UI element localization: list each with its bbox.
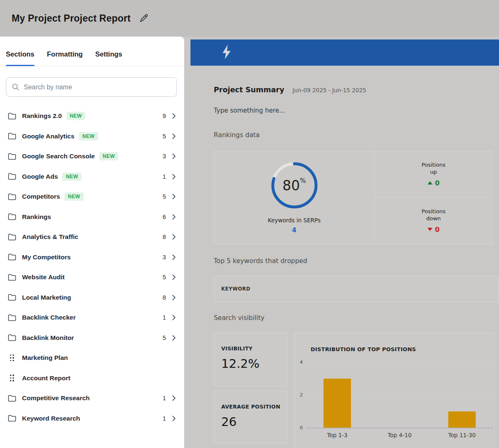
sidebar-item-label: Rankings 2.0 xyxy=(22,112,62,120)
tab-settings[interactable]: Settings xyxy=(95,50,122,66)
bar-top-11-30 xyxy=(448,411,476,428)
sections-list: Rankings 2.0NEW9Google AnalyticsNEW5Goog… xyxy=(0,106,184,428)
sidebar-item-rankings[interactable]: Rankings6 xyxy=(0,207,184,227)
average-position-card: AVERAGE POSITION 26 xyxy=(214,391,288,444)
chart-gridline xyxy=(306,362,493,362)
tab-formatting[interactable]: Formatting xyxy=(47,50,83,66)
new-badge: NEW xyxy=(62,172,82,181)
chevron-right-icon[interactable] xyxy=(172,295,176,300)
drag-handle-icon[interactable] xyxy=(7,354,17,362)
section-count: 1 xyxy=(163,415,166,422)
sidebar-item-local-marketing[interactable]: Local Marketing8 xyxy=(0,288,184,308)
folder-icon xyxy=(7,213,17,220)
sidebar-item-label: Keyword Research xyxy=(22,415,80,422)
sidebar-item-label: Backlink Checker xyxy=(22,314,76,321)
folder-icon xyxy=(7,113,17,120)
folder-icon xyxy=(7,173,17,180)
folder-icon xyxy=(7,274,17,281)
chevron-right-icon[interactable] xyxy=(172,113,176,119)
chevron-right-icon[interactable] xyxy=(172,234,176,240)
sidebar-item-label: Local Marketing xyxy=(22,294,71,301)
sidebar-item-label: Analytics & Traffic xyxy=(22,233,78,241)
report-preview: Project Summary Jun-09 2025 - Jun-15 202… xyxy=(190,37,499,448)
search-visibility-heading: Search visibility xyxy=(214,314,264,322)
folder-icon xyxy=(7,193,17,200)
section-count: 8 xyxy=(163,234,166,240)
sidebar-item-label: Website Audit xyxy=(22,273,64,281)
distribution-x-labels: Top 1-3Top 4-10Top 11-30 xyxy=(306,432,493,438)
chevron-right-icon[interactable] xyxy=(172,214,176,220)
sidebar-item-competitive-research[interactable]: Competitive Research1 xyxy=(0,388,184,409)
positions-up-label: Positions up xyxy=(422,162,445,176)
distribution-bar-chart: 420 xyxy=(306,362,493,428)
sidebar-item-marketing-plan[interactable]: Marketing Plan xyxy=(0,348,184,368)
triangle-down-icon xyxy=(427,228,432,231)
sidebar-item-backlink-checker[interactable]: Backlink Checker1 xyxy=(0,308,184,328)
sidebar-item-label: Rankings xyxy=(22,213,51,221)
sidebar-item-rankings-2-0[interactable]: Rankings 2.0NEW9 xyxy=(0,106,184,126)
folder-icon xyxy=(7,314,17,321)
chevron-right-icon[interactable] xyxy=(172,153,176,159)
chevron-right-icon[interactable] xyxy=(172,274,176,280)
section-search xyxy=(6,77,177,97)
drag-handle-icon[interactable] xyxy=(7,374,17,382)
positions-down-cell: Positions down 0 xyxy=(375,197,492,244)
positions-up-cell: Positions up 0 xyxy=(375,151,492,197)
edit-title-icon[interactable] xyxy=(139,13,149,23)
rankings-data-card: 80% Keywords in SERPs 4 Positions up 0 P… xyxy=(214,151,493,244)
chevron-right-icon[interactable] xyxy=(172,315,176,320)
average-position-value: 26 xyxy=(221,415,287,429)
section-count: 1 xyxy=(163,173,166,180)
folder-icon xyxy=(7,133,17,140)
sidebar-item-analytics-traffic[interactable]: Analytics & Traffic8 xyxy=(0,227,184,247)
report-header-band xyxy=(190,39,499,66)
sidebar-item-google-ads[interactable]: Google AdsNEW1 xyxy=(0,167,184,187)
y-axis-tick: 0 xyxy=(300,425,303,431)
keywords-in-serps-cell: 80% Keywords in SERPs 4 xyxy=(214,151,375,244)
report-title-bar: My Project Project Report xyxy=(0,0,499,37)
sidebar-item-label: Google Ads xyxy=(22,173,58,180)
sidebar-item-account-report[interactable]: Account Report xyxy=(0,368,184,389)
section-count: 5 xyxy=(163,335,166,341)
intro-text-placeholder[interactable]: Type something here... xyxy=(214,107,285,114)
positions-down-label: Positions down xyxy=(422,208,445,222)
sidebar-item-backlink-monitor[interactable]: Backlink Monitor5 xyxy=(0,328,184,348)
distribution-chart-card: DISTRIBUTION OF TOP POSITIONS 420 Top 1-… xyxy=(294,332,495,448)
section-count: 8 xyxy=(163,294,166,301)
report-title: My Project Project Report xyxy=(12,13,131,24)
sidebar-tabs: SectionsFormattingSettings xyxy=(0,37,184,66)
section-count: 1 xyxy=(163,395,166,401)
donut-percent-sign: % xyxy=(300,177,306,185)
visibility-value: 12.2% xyxy=(221,357,287,371)
y-axis-tick: 4 xyxy=(300,359,303,365)
sidebar-item-my-competitors[interactable]: My Competitors3 xyxy=(0,247,184,268)
sidebar-item-website-audit[interactable]: Website Audit5 xyxy=(0,267,184,288)
folder-icon xyxy=(7,234,17,241)
lightning-logo-icon xyxy=(218,43,235,62)
sidebar-item-keyword-research[interactable]: Keyword Research1 xyxy=(0,409,184,429)
sidebar-item-google-search-console[interactable]: Google Search ConsoleNEW3 xyxy=(0,146,184,167)
chevron-right-icon[interactable] xyxy=(172,194,176,199)
distribution-chart-title: DISTRIBUTION OF TOP POSITIONS xyxy=(311,346,416,352)
section-count: 9 xyxy=(163,113,166,119)
new-badge: NEW xyxy=(79,132,98,140)
date-range: Jun-09 2025 - Jun-15 2025 xyxy=(293,87,366,94)
folder-icon xyxy=(7,153,17,160)
chevron-right-icon[interactable] xyxy=(172,174,176,180)
section-count: 6 xyxy=(163,214,166,220)
chevron-right-icon[interactable] xyxy=(172,335,176,341)
chevron-right-icon[interactable] xyxy=(172,133,176,139)
sidebar-item-google-analytics[interactable]: Google AnalyticsNEW5 xyxy=(0,126,184,147)
search-icon xyxy=(12,83,20,93)
chevron-right-icon[interactable] xyxy=(172,416,176,421)
dropped-keywords-table: KEYWORD xyxy=(214,276,499,302)
folder-icon xyxy=(7,334,17,341)
x-axis-label: Top 1-3 xyxy=(306,432,368,438)
section-count: 5 xyxy=(163,274,166,281)
search-input[interactable] xyxy=(6,77,177,97)
y-axis-tick: 2 xyxy=(300,392,303,398)
chevron-right-icon[interactable] xyxy=(172,395,176,401)
tab-sections[interactable]: Sections xyxy=(6,50,35,66)
sidebar-item-competitors[interactable]: CompetitorsNEW5 xyxy=(0,187,184,207)
chevron-right-icon[interactable] xyxy=(172,254,176,260)
